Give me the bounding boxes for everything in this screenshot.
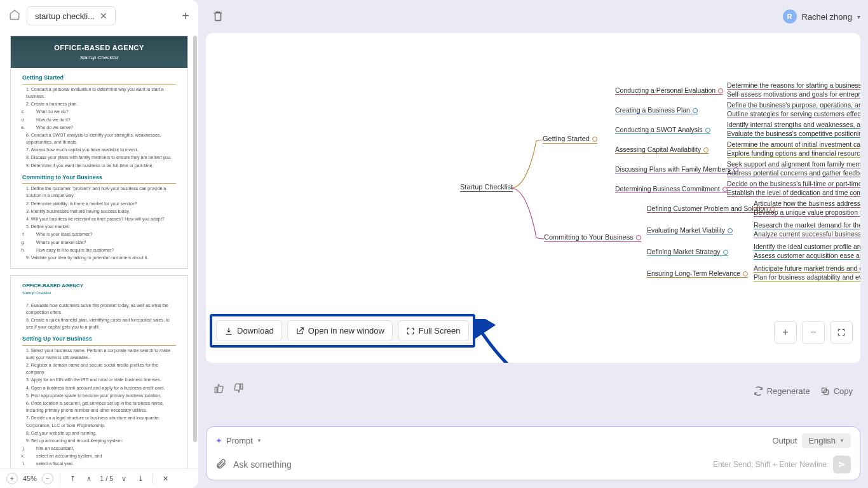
trash-icon[interactable] (212, 10, 224, 24)
zoom-out-button[interactable]: − (42, 473, 53, 484)
prompt-input[interactable] (233, 459, 707, 470)
mindmap-leaf[interactable]: Self-assess motivations and goals for en… (727, 90, 860, 98)
mindmap-leaf[interactable]: Research the market demand for the busin… (754, 221, 860, 229)
mindmap-leaf[interactable]: Address potential concerns and gather fe… (727, 169, 860, 177)
add-button[interactable]: + (774, 321, 797, 344)
expand-button[interactable] (830, 321, 853, 344)
mindmap-canvas: Startup Checklist Getting Started Commit… (206, 33, 860, 363)
home-icon[interactable] (9, 9, 20, 24)
mindmap-node[interactable]: Evaluating Market Viability (647, 226, 733, 234)
page-title: OFFICE-BASED AGENCY (17, 43, 181, 54)
page-indicator: 1 / 5 (100, 475, 113, 482)
mindmap-leaf[interactable]: Decide on the business's full-time or pa… (727, 180, 860, 188)
mindmap-leaf[interactable]: Explore funding options and financial re… (727, 149, 860, 158)
canvas-controls: + − (774, 321, 853, 344)
sidebar: startup checkli... ✕ + OFFICE-BASED AGEN… (0, 0, 198, 488)
page-thumbnail-2[interactable]: OFFICE-BASED AGENCY Startup Checklist Ev… (10, 275, 188, 468)
section-heading: Getting Started (22, 73, 176, 84)
first-page-button[interactable]: ⤒ (67, 473, 78, 484)
page-control-bar: + 45% − ⤒ ∧ 1 / 5 ∨ ⤓ ✕ (0, 468, 198, 488)
last-page-button[interactable]: ⤓ (135, 473, 146, 484)
topbar: R Rachel zhong ▾ (206, 0, 860, 33)
input-hint: Enter Send; Shift + Enter Newline (713, 460, 827, 469)
mindmap-leaf[interactable]: Identify the ideal customer profile and … (754, 243, 860, 251)
mindmap-leaf[interactable]: Analyze current successful businesses fo… (754, 230, 860, 238)
mindmap-node[interactable]: Assessing Capital Availability (615, 146, 709, 154)
mindmap-leaf[interactable]: Evaluate the business's competitive posi… (727, 130, 860, 138)
prev-page-button[interactable]: ∧ (83, 473, 95, 484)
mindmap-root[interactable]: Startup Checklist (460, 183, 513, 192)
attach-icon[interactable] (215, 458, 227, 471)
mindmap-node[interactable]: Creating a Business Plan (615, 106, 698, 114)
mindmap-node[interactable]: Ensuring Long-Term Relevance (647, 269, 748, 278)
mindmap-branch-1[interactable]: Getting Started (543, 135, 597, 144)
chevron-down-icon: ▾ (857, 13, 860, 20)
mindmap-branch-2[interactable]: Committing to Your Business (544, 233, 641, 242)
page-thumbnails[interactable]: OFFICE-BASED AGENCY Startup Checklist Ge… (0, 32, 198, 468)
user-menu[interactable]: R Rachel zhong ▾ (783, 10, 861, 24)
page-subtitle: Startup Checklist (17, 54, 181, 62)
main-panel: R Rachel zhong ▾ Startup Checklist Getti… (198, 0, 868, 488)
section-heading: Setting Up Your Business (22, 334, 176, 345)
mindmap-leaf[interactable]: Establish the level of dedication and ti… (727, 189, 860, 197)
language-select[interactable]: English▼ (802, 433, 851, 448)
mindmap-leaf[interactable]: Seek support and alignment from family m… (727, 160, 860, 168)
tab-title: startup checkli... (35, 11, 95, 21)
close-button[interactable]: ✕ (159, 473, 171, 484)
thumbs-up-icon[interactable] (214, 383, 225, 396)
mindmap-node[interactable]: Defining Market Strategy (647, 248, 728, 256)
next-page-button[interactable]: ∨ (118, 473, 130, 484)
scrollbar[interactable] (193, 36, 197, 442)
section-heading: Committing to Your Business (22, 173, 176, 184)
tabbar: startup checkli... ✕ + (0, 0, 198, 32)
avatar: R (783, 10, 797, 24)
output-label: Output (772, 436, 797, 445)
feedback-row (214, 383, 244, 396)
fullscreen-button[interactable]: Full Screen (398, 320, 469, 341)
mindmap-leaf[interactable]: Identify internal strengths and weakness… (727, 121, 860, 129)
mindmap-node[interactable]: Discussing Plans with Family Members (615, 165, 738, 173)
prompt-label: Prompt (226, 436, 253, 445)
mindmap-leaf[interactable]: Assess customer acquisition ease and val… (754, 252, 860, 260)
mindmap-node[interactable]: Determining Business Commitment (615, 185, 728, 193)
action-toolbar: Download Open in new window Full Screen (210, 314, 475, 348)
new-tab-button[interactable]: + (182, 9, 189, 24)
mindmap-leaf[interactable]: Determine the amount of initial investme… (727, 140, 860, 149)
close-icon[interactable]: ✕ (100, 11, 107, 21)
regenerate-button[interactable]: Regenerate (754, 386, 810, 396)
zoom-in-button[interactable]: + (6, 473, 18, 484)
mindmap-node[interactable]: Conducting a Personal Evaluation (615, 86, 723, 95)
remove-button[interactable]: − (802, 321, 825, 344)
mindmap-leaf[interactable]: Anticipate future market trends and chan… (754, 264, 860, 273)
page-thumbnail-1[interactable]: OFFICE-BASED AGENCY Startup Checklist Ge… (10, 36, 188, 269)
mindmap-leaf[interactable]: Outline strategies for serving customers… (727, 110, 860, 118)
chevron-down-icon[interactable]: ▼ (257, 438, 262, 444)
mindmap-leaf[interactable]: Develop a unique value proposition to di… (754, 208, 860, 217)
mindmap-leaf[interactable]: Articulate how the business addresses a … (754, 200, 860, 208)
copy-button[interactable]: Copy (820, 386, 853, 396)
zoom-level: 45% (23, 475, 37, 482)
user-name: Rachel zhong (802, 12, 853, 22)
mindmap-leaf[interactable]: Determine the reasons for starting a bus… (727, 81, 860, 90)
mindmap-leaf[interactable]: Define the business's purpose, operation… (727, 101, 860, 109)
mindmap-leaf[interactable]: Plan for business adaptability and evolu… (754, 273, 860, 281)
send-button[interactable] (833, 456, 851, 473)
sparkle-icon: ✦ (215, 436, 222, 445)
document-tab[interactable]: startup checkli... ✕ (27, 6, 116, 25)
download-button[interactable]: Download (216, 320, 282, 341)
mindmap-node[interactable]: Conducting a SWOT Analysis (615, 126, 710, 134)
prompt-box: ✦ Prompt ▼ Output English▼ Enter Send; S… (206, 426, 860, 480)
open-new-window-button[interactable]: Open in new window (287, 320, 393, 341)
thumbs-down-icon[interactable] (233, 383, 244, 396)
